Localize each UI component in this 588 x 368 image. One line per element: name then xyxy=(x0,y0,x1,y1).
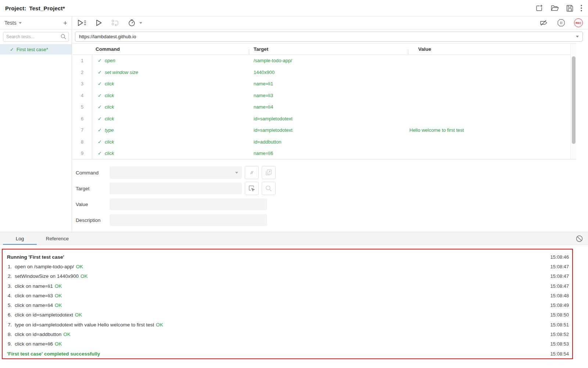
new-project-icon[interactable] xyxy=(536,4,544,12)
log-step-number: 5. xyxy=(5,302,15,308)
log-entry: 8. click on id=addbutton OK 15:08:52 xyxy=(3,329,572,339)
log-text: 'First test case' completed successfully xyxy=(7,351,100,357)
log-entry: 9. click on name=li6 OK 15:08:53 xyxy=(3,339,572,349)
log-timestamp: 15:08:47 xyxy=(550,273,569,279)
comment-toggle-button[interactable]: // xyxy=(245,166,259,179)
log-step-number: 8. xyxy=(5,332,15,337)
table-row[interactable]: 7 ✓type id=sampletodotext Hello welcome … xyxy=(72,124,576,136)
base-url-select[interactable]: https://lambdatest.github.io xyxy=(75,32,583,42)
command-edit-form: Command // Target Val xyxy=(72,159,576,232)
record-button[interactable]: REC xyxy=(574,18,583,27)
description-field-row: Description xyxy=(72,213,576,227)
tab-log[interactable]: Log xyxy=(0,232,40,245)
open-in-window-button[interactable] xyxy=(262,166,276,179)
table-row[interactable]: 5 ✓click name=li4 xyxy=(72,101,576,113)
command-value: Hello welcome to first test xyxy=(408,127,576,133)
base-url-row: https://lambdatest.github.io xyxy=(72,29,588,43)
tests-header: Tests + xyxy=(0,17,72,29)
command-select[interactable] xyxy=(110,166,242,179)
chevron-down-icon xyxy=(235,172,238,174)
description-field-label: Description xyxy=(76,217,110,223)
log-text: type on id=sampletodotext with value Hel… xyxy=(15,322,154,328)
top-bar: Project:Test_Project* xyxy=(0,0,588,17)
run-all-tests-icon[interactable] xyxy=(78,20,86,26)
command-table-body: 1 ✓open /sample-todo-app/ 2 ✓set window … xyxy=(72,55,576,159)
table-row[interactable]: 4 ✓click name=li3 xyxy=(72,90,576,102)
command-target: 1440x900 xyxy=(249,70,408,75)
project-title: Project:Test_Project* xyxy=(5,5,65,11)
log-entry: 1. open on /sample-todo-app/ OK 15:08:47 xyxy=(3,262,572,271)
scrollbar-thumb[interactable] xyxy=(572,56,576,144)
log-timestamp: 15:08:47 xyxy=(550,264,569,269)
command-target: name=li6 xyxy=(249,151,408,156)
step-over-icon[interactable] xyxy=(111,20,119,26)
value-input[interactable] xyxy=(110,198,267,210)
select-target-button[interactable] xyxy=(245,182,259,195)
command-name: type xyxy=(105,127,114,133)
row-number: 2 xyxy=(72,70,92,75)
log-step-number: 3. xyxy=(5,283,15,289)
log-status-ok: OK xyxy=(76,264,83,269)
command-column-header: Command xyxy=(92,44,249,54)
disable-breakpoints-icon[interactable] xyxy=(539,20,548,26)
command-table-header: Command Target Value xyxy=(72,44,576,55)
tab-reference[interactable]: Reference xyxy=(40,232,75,245)
table-row[interactable]: 8 ✓click id=addbutton xyxy=(72,136,576,148)
command-name: click xyxy=(105,81,114,86)
command-name: click xyxy=(105,151,114,156)
table-scrollbar[interactable] xyxy=(570,44,576,159)
kebab-menu-icon[interactable] xyxy=(581,5,582,11)
search-icon xyxy=(61,34,66,39)
table-row[interactable]: 1 ✓open /sample-todo-app/ xyxy=(72,55,576,67)
log-status-ok: OK xyxy=(55,293,62,298)
open-project-icon[interactable] xyxy=(551,5,559,11)
log-timestamp: 15:08:47 xyxy=(550,283,569,289)
table-row[interactable]: 3 ✓click name=li1 xyxy=(72,78,576,90)
passed-check-icon: ✓ xyxy=(98,116,102,121)
log-timestamp: 15:08:49 xyxy=(550,302,569,308)
command-target: id=addbutton xyxy=(249,139,408,145)
base-url-value: https://lambdatest.github.io xyxy=(79,34,136,39)
log-text: click on name=li4 xyxy=(15,302,53,308)
passed-check-icon: ✓ xyxy=(98,93,102,98)
row-number: 5 xyxy=(72,104,92,110)
chevron-down-icon xyxy=(576,36,579,38)
table-row[interactable]: 6 ✓click id=sampletodotext xyxy=(72,113,576,125)
log-step-number: 1. xyxy=(5,264,15,269)
execution-speed-control[interactable] xyxy=(128,19,142,26)
command-field-row: Command // xyxy=(72,166,576,179)
command-target: /sample-todo-app/ xyxy=(249,58,408,63)
find-target-button[interactable] xyxy=(262,182,276,195)
log-text: click on name=li1 xyxy=(15,283,53,289)
log-timestamp: 15:08:46 xyxy=(550,254,569,260)
description-input[interactable] xyxy=(110,214,267,226)
log-status-ok: OK xyxy=(156,322,163,328)
target-input[interactable] xyxy=(110,183,242,194)
add-test-button[interactable]: + xyxy=(63,20,67,26)
value-field-label: Value xyxy=(76,202,110,207)
log-text: click on name=li6 xyxy=(15,341,53,347)
test-case-name: First test case* xyxy=(17,47,48,52)
log-text: open on /sample-todo-app/ xyxy=(15,264,74,269)
run-current-test-icon[interactable] xyxy=(96,20,102,26)
target-column-header: Target xyxy=(249,46,408,52)
log-entry: 5. click on name=li4 OK 15:08:49 xyxy=(3,300,572,310)
table-row[interactable]: 9 ✓click name=li6 xyxy=(72,148,576,159)
playback-toolbar: REC xyxy=(72,17,588,29)
table-row[interactable]: 2 ✓set window size 1440x900 xyxy=(72,67,576,78)
command-target: name=li4 xyxy=(249,104,408,110)
passed-check-icon: ✓ xyxy=(98,104,102,110)
save-icon[interactable] xyxy=(566,5,573,12)
passed-check-icon: ✓ xyxy=(98,58,102,63)
log-text: click on name=li3 xyxy=(15,293,53,298)
passed-check-icon: ✓ xyxy=(98,127,102,133)
tests-dropdown[interactable]: Tests xyxy=(4,20,17,26)
chevron-down-icon xyxy=(19,22,22,24)
pause-on-exceptions-icon[interactable] xyxy=(557,19,565,27)
search-tests-input[interactable] xyxy=(3,32,69,42)
clear-log-icon[interactable] xyxy=(576,235,583,242)
log-status-ok: OK xyxy=(63,332,71,337)
test-case-item[interactable]: ✓ First test case* xyxy=(0,44,72,54)
active-tab-underline xyxy=(3,244,37,245)
target-field-row: Target xyxy=(72,182,576,195)
